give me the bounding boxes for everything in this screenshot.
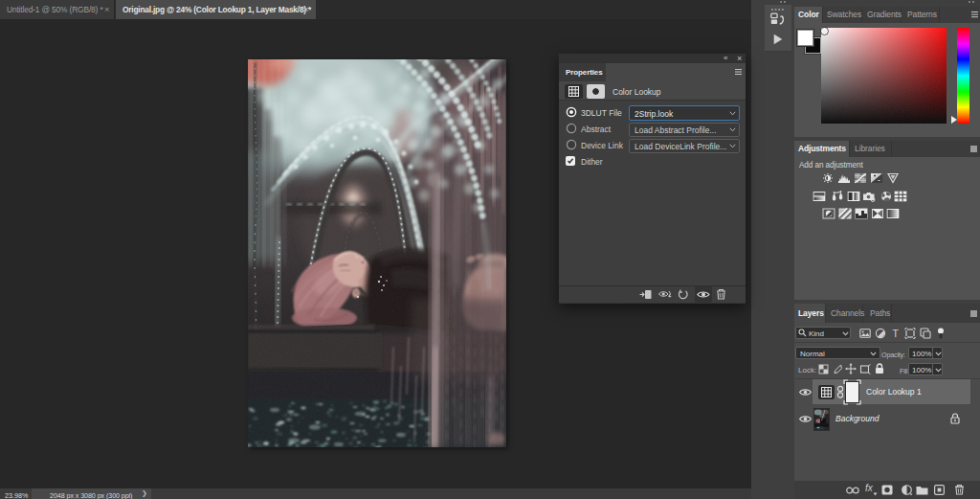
svg-text:T: T [893, 328, 900, 339]
